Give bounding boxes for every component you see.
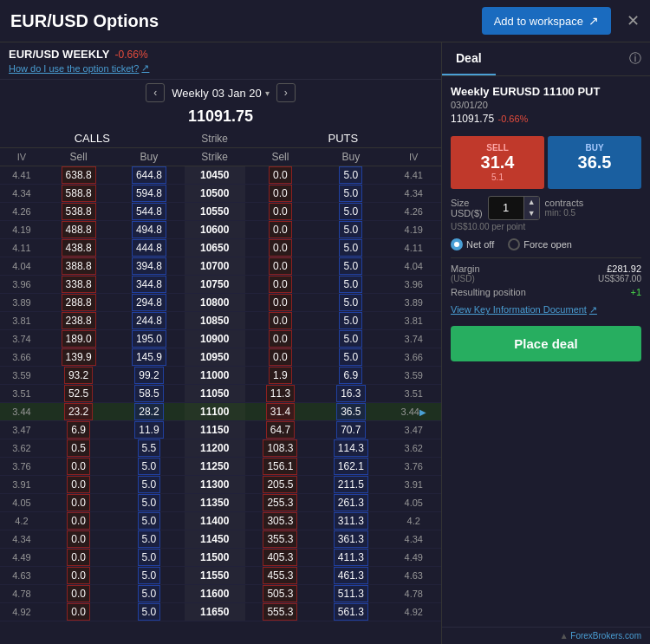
call-sell-cell[interactable]: 6.9 — [43, 421, 114, 439]
table-row[interactable]: 3.51 52.5 58.5 11050 11.3 16.3 3.51 — [0, 385, 441, 403]
call-sell-cell[interactable]: 0.0 — [43, 494, 114, 512]
put-sell-cell[interactable]: 31.4 — [245, 403, 315, 421]
call-buy-cell[interactable]: 394.8 — [114, 257, 184, 276]
call-sell-cell[interactable]: 388.8 — [43, 257, 114, 276]
call-sell-cell[interactable]: 638.8 — [43, 166, 114, 185]
put-buy-cell[interactable]: 561.3 — [315, 603, 386, 621]
call-sell-cell[interactable]: 0.0 — [43, 549, 114, 567]
call-buy-cell[interactable]: 11.9 — [114, 421, 184, 439]
put-buy-cell[interactable]: 5.0 — [315, 348, 386, 367]
table-row[interactable]: 4.41 638.8 644.8 10450 0.0 5.0 4.41 — [0, 166, 441, 185]
put-sell-cell[interactable]: 505.3 — [245, 585, 315, 603]
force-open-radio[interactable] — [508, 238, 520, 250]
put-buy-cell[interactable]: 70.7 — [315, 421, 386, 439]
call-buy-cell[interactable]: 145.9 — [114, 348, 184, 367]
put-buy-cell[interactable]: 5.0 — [315, 203, 386, 221]
size-input[interactable] — [489, 198, 523, 218]
put-sell-cell[interactable]: 205.5 — [245, 476, 315, 494]
table-row[interactable]: 3.62 0.5 5.5 11200 108.3 114.3 3.62 — [0, 439, 441, 458]
put-sell-cell[interactable]: 108.3 — [245, 439, 315, 458]
table-row[interactable]: 4.49 0.0 5.0 11500 405.3 411.3 4.49 — [0, 549, 441, 567]
call-sell-cell[interactable]: 93.2 — [43, 367, 114, 385]
call-buy-cell[interactable]: 644.8 — [114, 166, 184, 185]
call-buy-cell[interactable]: 5.0 — [114, 512, 184, 530]
call-sell-cell[interactable]: 0.0 — [43, 567, 114, 585]
call-buy-cell[interactable]: 28.2 — [114, 403, 184, 421]
info-icon[interactable]: ⓘ — [629, 51, 641, 67]
call-buy-cell[interactable]: 5.0 — [114, 585, 184, 603]
table-row[interactable]: 3.81 238.8 244.8 10850 0.0 5.0 3.81 — [0, 312, 441, 330]
put-sell-cell[interactable]: 0.0 — [245, 185, 315, 203]
table-row[interactable]: 3.47 6.9 11.9 11150 64.7 70.7 3.47 — [0, 421, 441, 439]
size-decrement-button[interactable]: ▼ — [524, 208, 539, 219]
table-row[interactable]: 3.89 288.8 294.8 10800 0.0 5.0 3.89 — [0, 294, 441, 312]
table-row[interactable]: 4.92 0.0 5.0 11650 555.3 561.3 4.92 — [0, 603, 441, 621]
put-sell-cell[interactable]: 0.0 — [245, 276, 315, 294]
put-buy-cell[interactable]: 461.3 — [315, 567, 386, 585]
put-sell-cell[interactable]: 0.0 — [245, 330, 315, 348]
call-sell-cell[interactable]: 0.0 — [43, 458, 114, 476]
call-buy-cell[interactable]: 5.0 — [114, 458, 184, 476]
table-row[interactable]: 4.19 488.8 494.8 10600 0.0 5.0 4.19 — [0, 221, 441, 239]
table-row[interactable]: 4.11 438.8 444.8 10650 0.0 5.0 4.11 — [0, 239, 441, 257]
deal-tab[interactable]: Deal — [442, 42, 496, 75]
call-sell-cell[interactable]: 438.8 — [43, 239, 114, 257]
call-sell-cell[interactable]: 0.0 — [43, 476, 114, 494]
put-buy-cell[interactable]: 5.0 — [315, 257, 386, 276]
call-sell-cell[interactable]: 588.8 — [43, 185, 114, 203]
put-buy-cell[interactable]: 16.3 — [315, 385, 386, 403]
call-buy-cell[interactable]: 544.8 — [114, 203, 184, 221]
call-sell-cell[interactable]: 0.0 — [43, 603, 114, 621]
sell-box[interactable]: SELL 31.4 5.1 — [451, 136, 544, 189]
call-buy-cell[interactable]: 5.0 — [114, 476, 184, 494]
put-buy-cell[interactable]: 5.0 — [315, 185, 386, 203]
call-sell-cell[interactable]: 0.5 — [43, 439, 114, 458]
put-buy-cell[interactable]: 5.0 — [315, 312, 386, 330]
put-buy-cell[interactable]: 361.3 — [315, 530, 386, 549]
put-sell-cell[interactable]: 405.3 — [245, 549, 315, 567]
call-buy-cell[interactable]: 244.8 — [114, 312, 184, 330]
call-sell-cell[interactable]: 23.2 — [43, 403, 114, 421]
put-buy-cell[interactable]: 5.0 — [315, 166, 386, 185]
table-row[interactable]: 3.44 23.2 28.2 11100 31.4 36.5 3.44▶ — [0, 403, 441, 421]
call-buy-cell[interactable]: 5.0 — [114, 567, 184, 585]
put-buy-cell[interactable]: 5.0 — [315, 294, 386, 312]
call-sell-cell[interactable]: 52.5 — [43, 385, 114, 403]
table-row[interactable]: 4.34 0.0 5.0 11450 355.3 361.3 4.34 — [0, 530, 441, 549]
put-buy-cell[interactable]: 411.3 — [315, 549, 386, 567]
put-sell-cell[interactable]: 0.0 — [245, 348, 315, 367]
call-sell-cell[interactable]: 0.0 — [43, 530, 114, 549]
net-off-option[interactable]: Net off — [451, 238, 494, 250]
table-row[interactable]: 4.2 0.0 5.0 11400 305.3 311.3 4.2 — [0, 512, 441, 530]
net-off-radio[interactable] — [451, 238, 463, 250]
call-buy-cell[interactable]: 294.8 — [114, 294, 184, 312]
call-buy-cell[interactable]: 494.8 — [114, 221, 184, 239]
table-row[interactable]: 3.76 0.0 5.0 11250 156.1 162.1 3.76 — [0, 458, 441, 476]
place-deal-button[interactable]: Place deal — [451, 326, 641, 361]
put-sell-cell[interactable]: 455.3 — [245, 567, 315, 585]
call-buy-cell[interactable]: 594.8 — [114, 185, 184, 203]
call-buy-cell[interactable]: 58.5 — [114, 385, 184, 403]
put-sell-cell[interactable]: 355.3 — [245, 530, 315, 549]
call-buy-cell[interactable]: 344.8 — [114, 276, 184, 294]
table-row[interactable]: 4.63 0.0 5.0 11550 455.3 461.3 4.63 — [0, 567, 441, 585]
put-sell-cell[interactable]: 0.0 — [245, 257, 315, 276]
prev-week-button[interactable]: ‹ — [146, 83, 165, 102]
put-buy-cell[interactable]: 114.3 — [315, 439, 386, 458]
buy-box[interactable]: BUY 36.5 — [548, 136, 641, 189]
call-buy-cell[interactable]: 5.0 — [114, 530, 184, 549]
put-sell-cell[interactable]: 64.7 — [245, 421, 315, 439]
put-buy-cell[interactable]: 5.0 — [315, 276, 386, 294]
force-open-option[interactable]: Force open — [508, 238, 572, 250]
put-sell-cell[interactable]: 0.0 — [245, 166, 315, 185]
table-row[interactable]: 3.96 338.8 344.8 10750 0.0 5.0 3.96 — [0, 276, 441, 294]
call-sell-cell[interactable]: 139.9 — [43, 348, 114, 367]
put-sell-cell[interactable]: 0.0 — [245, 203, 315, 221]
call-sell-cell[interactable]: 288.8 — [43, 294, 114, 312]
put-buy-cell[interactable]: 162.1 — [315, 458, 386, 476]
put-buy-cell[interactable]: 211.5 — [315, 476, 386, 494]
put-sell-cell[interactable]: 0.0 — [245, 221, 315, 239]
put-sell-cell[interactable]: 156.1 — [245, 458, 315, 476]
put-buy-cell[interactable]: 5.0 — [315, 221, 386, 239]
call-sell-cell[interactable]: 189.0 — [43, 330, 114, 348]
